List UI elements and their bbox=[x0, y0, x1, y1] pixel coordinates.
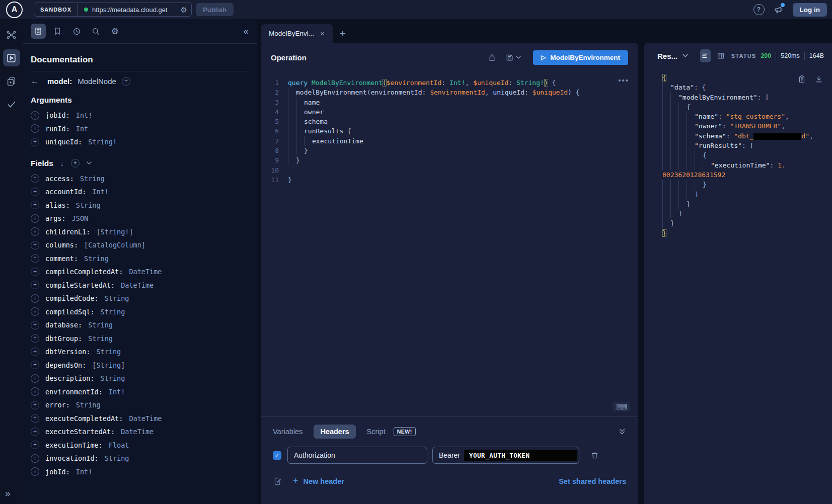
fields-options-chevron-icon[interactable] bbox=[87, 161, 92, 165]
code-line[interactable]: 7executionTime bbox=[261, 136, 638, 146]
doc-field-row[interactable]: +comment: String bbox=[31, 252, 249, 266]
operation-tab[interactable]: ModelByEnvi... × bbox=[261, 24, 333, 43]
add-to-query-icon[interactable]: + bbox=[31, 174, 39, 183]
download-response-icon[interactable] bbox=[815, 75, 823, 83]
add-to-query-icon[interactable]: + bbox=[31, 387, 39, 396]
bookmarks-icon[interactable] bbox=[50, 24, 65, 39]
checklist-icon[interactable] bbox=[3, 96, 20, 113]
header-key-input[interactable] bbox=[287, 447, 427, 464]
doc-field-row[interactable]: +executionTime: Float bbox=[31, 439, 249, 452]
documentation-tab-icon[interactable] bbox=[31, 24, 46, 39]
add-to-query-icon[interactable]: + bbox=[31, 361, 39, 369]
add-to-query-icon[interactable]: + bbox=[31, 227, 39, 236]
copy-response-icon[interactable] bbox=[798, 75, 806, 83]
header-value-input[interactable]: Bearer YOUR_AUTH_TOKEN bbox=[432, 447, 579, 464]
add-to-query-icon[interactable]: + bbox=[31, 188, 39, 196]
help-icon[interactable]: ? bbox=[753, 4, 765, 15]
response-dropdown-chevron-icon[interactable] bbox=[683, 54, 688, 58]
code-line[interactable]: 4owner bbox=[261, 107, 638, 117]
keyboard-shortcuts-icon[interactable]: ⌨ bbox=[613, 402, 630, 411]
response-title[interactable]: Res... bbox=[657, 52, 677, 60]
new-tab-icon[interactable]: + bbox=[340, 28, 346, 40]
settings-gear-icon[interactable]: ⚙ bbox=[107, 24, 122, 39]
code-line[interactable]: 9} bbox=[261, 155, 638, 165]
login-button[interactable]: Log in bbox=[793, 3, 827, 17]
new-header-button[interactable]: + New header bbox=[293, 476, 344, 486]
code-line[interactable]: 5schema bbox=[261, 117, 638, 126]
code-line[interactable]: 11} bbox=[261, 175, 638, 185]
doc-field-row[interactable]: +columns: [CatalogColumn] bbox=[31, 238, 249, 252]
search-icon[interactable] bbox=[88, 24, 103, 39]
expand-rail-icon[interactable]: » bbox=[0, 488, 11, 499]
breadcrumb-type[interactable]: ModelNode bbox=[78, 77, 116, 86]
add-to-query-icon[interactable]: + bbox=[31, 138, 39, 146]
run-operation-button[interactable]: ▷ ModelByEnvironment bbox=[533, 50, 628, 65]
doc-argument-row[interactable]: +jobId: Int! bbox=[31, 109, 249, 122]
doc-field-row[interactable]: +environmentId: Int! bbox=[31, 385, 249, 399]
endpoint-settings-gear-icon[interactable]: ⚙ bbox=[181, 6, 187, 14]
code-line[interactable]: 1query ModelByEnvironment($environmentId… bbox=[261, 78, 638, 88]
doc-field-row[interactable]: +dbtGroup: String bbox=[31, 332, 249, 346]
collapse-panel-icon[interactable]: « bbox=[243, 26, 249, 37]
add-to-query-icon[interactable]: + bbox=[31, 254, 39, 263]
add-to-query-icon[interactable]: + bbox=[31, 428, 39, 436]
publish-button[interactable]: Publish bbox=[196, 3, 234, 16]
code-line[interactable]: 6runResults { bbox=[261, 126, 638, 136]
back-arrow-icon[interactable]: ← bbox=[31, 76, 39, 86]
add-to-query-icon[interactable]: + bbox=[31, 441, 39, 449]
history-icon[interactable] bbox=[69, 24, 84, 39]
doc-field-row[interactable]: +childrenL1: [String!] bbox=[31, 225, 249, 239]
doc-field-row[interactable]: +database: String bbox=[31, 318, 249, 332]
doc-field-row[interactable]: +executeStartedAt: DateTime bbox=[31, 425, 249, 439]
doc-argument-row[interactable]: +runId: Int bbox=[31, 122, 249, 136]
doc-field-row[interactable]: +compiledSql: String bbox=[31, 305, 249, 319]
tab-variables[interactable]: Variables bbox=[273, 425, 302, 439]
doc-field-row[interactable]: +compileCompletedAt: DateTime bbox=[31, 265, 249, 279]
collapse-bottom-panel-icon[interactable] bbox=[618, 428, 626, 435]
header-enabled-checkbox[interactable]: ✓ bbox=[273, 451, 281, 460]
add-to-query-icon[interactable]: + bbox=[31, 241, 39, 249]
doc-field-row[interactable]: +args: JSON bbox=[31, 212, 249, 225]
add-to-query-icon[interactable]: + bbox=[31, 374, 39, 383]
add-type-icon[interactable]: + bbox=[122, 77, 130, 86]
tab-script[interactable]: Script bbox=[367, 425, 386, 439]
edit-document-icon[interactable] bbox=[273, 477, 282, 486]
operation-collections-icon[interactable] bbox=[3, 72, 20, 90]
table-view-toggle-icon[interactable] bbox=[716, 49, 726, 62]
doc-field-row[interactable]: +alias: String bbox=[31, 199, 249, 212]
set-shared-headers-button[interactable]: Set shared headers bbox=[559, 477, 626, 485]
add-to-query-icon[interactable]: + bbox=[31, 401, 39, 409]
explorer-nav-icon[interactable] bbox=[3, 49, 20, 66]
doc-field-row[interactable]: +compileStartedAt: DateTime bbox=[31, 279, 249, 292]
add-to-query-icon[interactable]: + bbox=[31, 414, 39, 423]
doc-field-row[interactable]: +dbtVersion: String bbox=[31, 345, 249, 359]
doc-field-row[interactable]: +jobId: Int! bbox=[31, 465, 249, 479]
response-json-area[interactable]: {"data": {"modelByEnvironment": [{"name"… bbox=[644, 69, 832, 504]
code-line[interactable]: 10 bbox=[261, 165, 638, 175]
code-line[interactable]: 3name bbox=[261, 98, 638, 107]
announcements-icon[interactable] bbox=[774, 5, 784, 15]
code-line[interactable]: 2modelByEnvironment(environmentId: $envi… bbox=[261, 88, 638, 97]
doc-argument-row[interactable]: +uniqueId: String! bbox=[31, 135, 249, 149]
tab-headers[interactable]: Headers bbox=[314, 425, 355, 439]
doc-field-row[interactable]: +invocationId: String bbox=[31, 452, 249, 465]
add-to-query-icon[interactable]: + bbox=[31, 467, 39, 476]
add-to-query-icon[interactable]: + bbox=[31, 214, 39, 223]
auth-token-value[interactable]: YOUR_AUTH_TOKEN bbox=[464, 450, 577, 461]
doc-field-row[interactable]: +error: String bbox=[31, 398, 249, 412]
add-to-query-icon[interactable]: + bbox=[31, 201, 39, 209]
close-tab-icon[interactable]: × bbox=[320, 29, 325, 38]
share-operation-icon[interactable] bbox=[488, 53, 496, 62]
add-all-fields-icon[interactable]: + bbox=[71, 159, 80, 167]
add-to-query-icon[interactable]: + bbox=[31, 454, 39, 463]
add-to-query-icon[interactable]: + bbox=[31, 281, 39, 289]
add-to-query-icon[interactable]: + bbox=[31, 294, 39, 303]
graphql-editor[interactable]: 1query ModelByEnvironment($environmentId… bbox=[261, 72, 638, 416]
add-to-query-icon[interactable]: + bbox=[31, 268, 39, 276]
schema-graph-icon[interactable] bbox=[3, 26, 20, 43]
add-to-query-icon[interactable]: + bbox=[31, 124, 39, 133]
add-to-query-icon[interactable]: + bbox=[31, 321, 39, 329]
doc-field-row[interactable]: +accountId: Int! bbox=[31, 185, 249, 199]
doc-field-row[interactable]: +executeCompletedAt: DateTime bbox=[31, 412, 249, 426]
add-to-query-icon[interactable]: + bbox=[31, 307, 39, 316]
